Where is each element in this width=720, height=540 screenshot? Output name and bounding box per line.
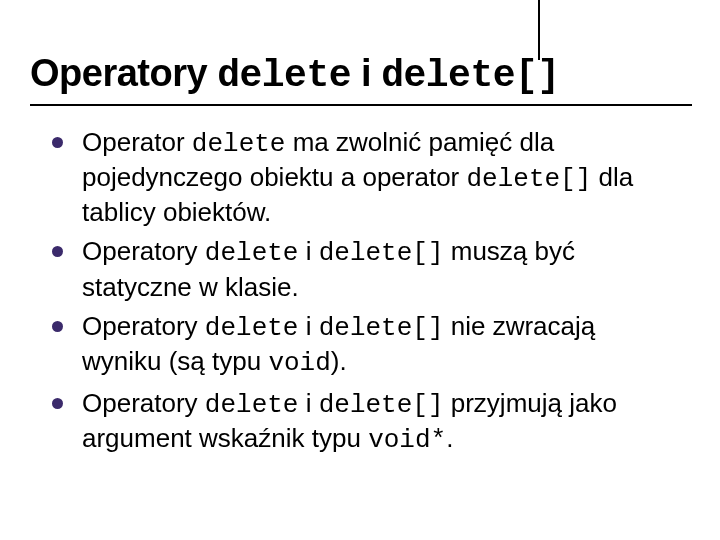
code: delete[]	[319, 390, 444, 420]
title-code-2: delete[]	[381, 54, 559, 97]
text: i	[298, 388, 318, 418]
text: Operatory	[82, 311, 205, 341]
text: ).	[331, 346, 347, 376]
list-item: Operatory delete i delete[] przyjmują ja…	[52, 387, 680, 458]
text: Operatory	[82, 236, 205, 266]
code: delete[]	[319, 313, 444, 343]
text: i	[298, 311, 318, 341]
code: void	[268, 348, 330, 378]
slide-title: Operatory delete i delete[]	[30, 52, 690, 98]
text: i	[298, 236, 318, 266]
placeholder-rule	[538, 0, 540, 60]
list-item: Operatory delete i delete[] muszą być st…	[52, 235, 680, 304]
title-code-1: delete	[217, 54, 351, 97]
title-underline	[30, 104, 692, 106]
code: delete[]	[319, 238, 444, 268]
code: delete	[205, 390, 299, 420]
text: Operatory	[82, 388, 205, 418]
title-text-2: i	[351, 52, 381, 94]
title-text-1: Operatory	[30, 52, 217, 94]
code: void*	[368, 425, 446, 455]
bullet-list: Operator delete ma zwolnić pamięć dla po…	[30, 126, 690, 457]
list-item: Operatory delete i delete[] nie zwracają…	[52, 310, 680, 381]
code: delete[]	[467, 164, 592, 194]
list-item: Operator delete ma zwolnić pamięć dla po…	[52, 126, 680, 230]
text: .	[446, 423, 453, 453]
code: delete	[205, 313, 299, 343]
code: delete	[192, 129, 286, 159]
text: Operator	[82, 127, 192, 157]
slide: Operatory delete i delete[] Operator del…	[0, 0, 720, 540]
code: delete	[205, 238, 299, 268]
